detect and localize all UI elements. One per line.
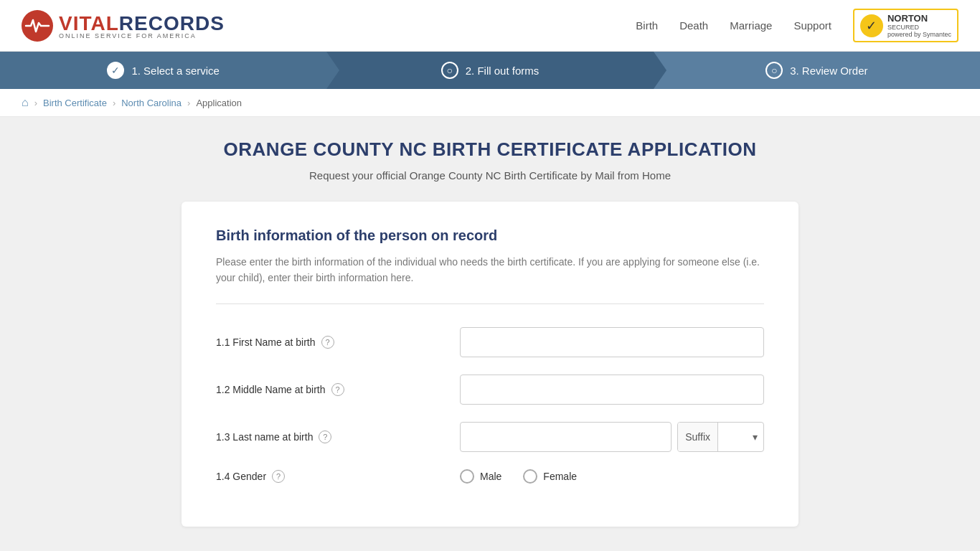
progress-bar: ✓ 1. Select a service ○ 2. Fill out form… <box>0 52 980 89</box>
step-1-label: 1. Select a service <box>131 65 220 77</box>
logo: VITALRECORDS ONLINE SERVICE FOR AMERICA <box>22 10 225 42</box>
middle-name-row: 1.2 Middle Name at birth ? <box>216 375 764 405</box>
gender-label: 1.4 Gender ? <box>216 470 460 483</box>
last-name-help-icon[interactable]: ? <box>319 430 331 443</box>
breadcrumb-birth-certificate[interactable]: Birth Certificate <box>43 98 107 108</box>
last-name-input-wrap: Suffix Jr. Sr. II III IV ▾ <box>460 422 764 452</box>
suffix-chevron-icon: ▾ <box>747 431 763 443</box>
nav-birth[interactable]: Birth <box>636 19 658 32</box>
middle-name-input[interactable] <box>460 375 764 405</box>
middle-name-label: 1.2 Middle Name at birth ? <box>216 383 460 396</box>
first-name-help-icon[interactable]: ? <box>321 336 334 349</box>
norton-badge: ✓ NORTON SECURED powered by Symantec <box>853 9 958 42</box>
norton-check-icon: ✓ <box>860 14 883 37</box>
breadcrumb-application: Application <box>196 98 242 108</box>
suffix-label: Suffix <box>678 423 718 451</box>
suffix-select-wrap: Suffix Jr. Sr. II III IV ▾ <box>677 422 764 452</box>
step-1: ✓ 1. Select a service <box>0 52 326 89</box>
logo-records: RECORDS <box>119 12 225 34</box>
step-3-icon: ○ <box>765 62 783 79</box>
section-title: Birth information of the person on recor… <box>216 227 764 244</box>
breadcrumb-sep-2: › <box>113 98 116 108</box>
first-name-label: 1.1 First Name at birth ? <box>216 336 460 349</box>
page-subtitle: Request your official Orange County NC B… <box>182 169 798 182</box>
gender-female-option[interactable]: Female <box>523 469 577 484</box>
norton-label: NORTON <box>887 13 951 24</box>
gender-male-label: Male <box>480 471 501 482</box>
breadcrumb: ⌂ › Birth Certificate › North Carolina ›… <box>0 89 980 117</box>
middle-name-help-icon[interactable]: ? <box>331 383 344 396</box>
step-2-label: 2. Fill out forms <box>466 65 540 77</box>
main-content: ORANGE COUNTY NC BIRTH CERTIFICATE APPLI… <box>167 138 813 527</box>
norton-powered: powered by Symantec <box>887 31 951 38</box>
breadcrumb-north-carolina[interactable]: North Carolina <box>121 98 182 108</box>
step-2-icon: ○ <box>441 62 458 79</box>
step-1-icon: ✓ <box>107 62 124 79</box>
logo-icon <box>22 10 53 42</box>
home-icon: ⌂ <box>22 96 29 108</box>
breadcrumb-sep-1: › <box>34 98 37 108</box>
gender-male-radio[interactable] <box>460 469 474 484</box>
first-name-input[interactable] <box>460 327 764 357</box>
norton-secured: SECURED <box>887 24 951 31</box>
header: VITALRECORDS ONLINE SERVICE FOR AMERICA … <box>0 0 980 52</box>
section-divider <box>216 303 764 304</box>
form-card: Birth information of the person on recor… <box>182 202 798 527</box>
nav-death[interactable]: Death <box>679 19 708 32</box>
last-name-row: 1.3 Last name at birth ? Suffix Jr. Sr. … <box>216 422 764 452</box>
breadcrumb-home[interactable]: ⌂ <box>22 96 29 109</box>
breadcrumb-sep-3: › <box>187 98 190 108</box>
gender-male-option[interactable]: Male <box>460 469 501 484</box>
nav-marriage[interactable]: Marriage <box>730 19 772 32</box>
gender-radio-group: Male Female <box>460 469 577 484</box>
first-name-input-wrap <box>460 327 764 357</box>
gender-help-icon[interactable]: ? <box>272 470 285 483</box>
suffix-select[interactable]: Jr. Sr. II III IV <box>718 423 747 451</box>
middle-name-input-wrap <box>460 375 764 405</box>
gender-row: 1.4 Gender ? Male Female <box>216 469 764 484</box>
gender-female-radio[interactable] <box>523 469 537 484</box>
page-title: ORANGE COUNTY NC BIRTH CERTIFICATE APPLI… <box>182 138 798 161</box>
nav-support[interactable]: Support <box>793 19 831 32</box>
gender-female-label: Female <box>543 471 577 482</box>
step-3: ○ 3. Review Order <box>654 52 980 89</box>
logo-vital: VITAL <box>59 12 119 34</box>
last-name-input[interactable] <box>460 422 672 452</box>
last-name-label: 1.3 Last name at birth ? <box>216 430 460 443</box>
step-3-label: 3. Review Order <box>790 65 867 77</box>
first-name-row: 1.1 First Name at birth ? <box>216 327 764 357</box>
section-desc: Please enter the birth information of th… <box>216 254 764 286</box>
main-nav: Birth Death Marriage Support ✓ NORTON SE… <box>636 9 958 42</box>
step-2: ○ 2. Fill out forms <box>326 52 653 89</box>
